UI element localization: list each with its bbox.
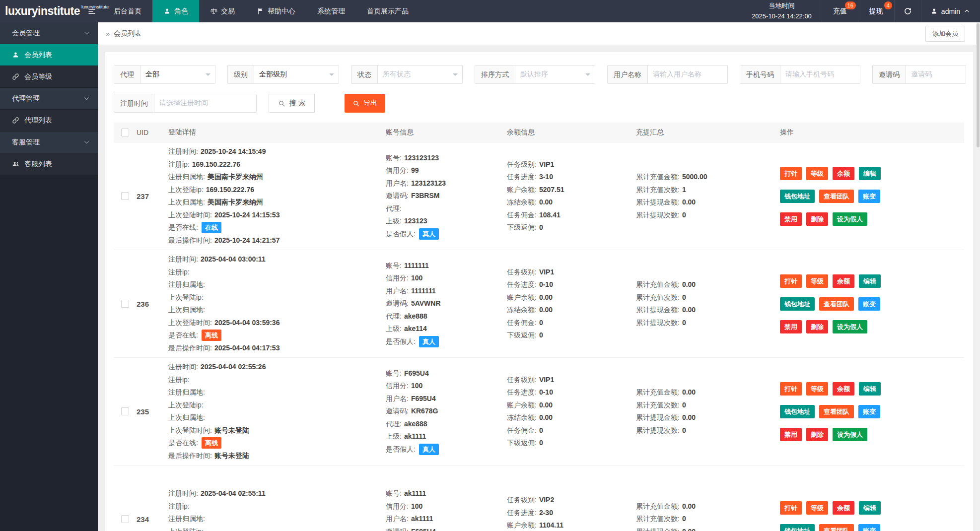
action-button[interactable]: 删除: [806, 428, 828, 441]
action-button[interactable]: 删除: [806, 320, 828, 333]
main-area: » 会员列表 添加会员 代理全部级别全部级别状态所有状态排序方式默认排序用户名称…: [98, 22, 980, 531]
withdraw-button[interactable]: 提现 4: [858, 0, 894, 22]
info-line: 是否在线:在线: [168, 221, 386, 234]
action-button[interactable]: 账变: [858, 524, 880, 531]
action-button[interactable]: 钱包地址: [780, 190, 815, 203]
sidebar-item-3[interactable]: 会员等级: [0, 66, 98, 88]
action-button[interactable]: 设为假人: [833, 428, 867, 441]
sidebar-group-6[interactable]: 客服管理: [0, 132, 98, 153]
action-button[interactable]: 编辑: [859, 167, 881, 180]
action-button[interactable]: 等级: [806, 382, 828, 396]
info-label: 任务级别:: [507, 158, 537, 171]
nav-item-5[interactable]: 系统管理: [306, 0, 356, 22]
filter-input[interactable]: 请输入手机号码: [780, 66, 860, 83]
action-button[interactable]: 钱包地址: [780, 405, 815, 418]
action-button[interactable]: 等级: [806, 167, 828, 180]
action-button[interactable]: 账变: [858, 190, 880, 203]
vertical-scrollbar[interactable]: [976, 22, 980, 531]
filter-input[interactable]: 邀请码: [906, 66, 966, 83]
action-button[interactable]: 查看团队: [819, 297, 854, 311]
action-button[interactable]: 余额: [833, 274, 854, 288]
recharge-withdraw-summary-cell: 累计充值金额:0.00累计充值次数:0累计提现金额:0.00累计提现次数:0: [636, 253, 780, 354]
sidebar-item-7[interactable]: 客服列表: [0, 153, 98, 175]
info-label: 注册归属地:: [168, 278, 205, 291]
table-header: UID登陆详情账号信息余额信息充提汇总操作: [114, 123, 964, 142]
info-label: 代理:: [386, 202, 402, 215]
action-button[interactable]: 账变: [858, 405, 880, 418]
action-button[interactable]: 删除: [806, 212, 828, 226]
info-value: 1104.11: [539, 519, 563, 531]
action-button[interactable]: 打针: [780, 501, 802, 515]
info-line: 账户余额:0.00: [507, 291, 636, 304]
row-checkbox[interactable]: [121, 515, 129, 523]
action-button[interactable]: 禁用: [780, 212, 802, 226]
action-button[interactable]: 编辑: [859, 274, 881, 288]
info-line: 冻结余额:0.00: [507, 411, 636, 424]
action-button[interactable]: 编辑: [859, 501, 881, 515]
action-button[interactable]: 编辑: [859, 382, 881, 396]
sidebar-item-2[interactable]: 会员列表: [0, 44, 98, 66]
filter-select[interactable]: 全部级别: [254, 66, 339, 83]
filter-select[interactable]: 默认排序: [515, 66, 595, 83]
add-member-button[interactable]: 添加会员: [925, 26, 965, 42]
select-all-checkbox[interactable]: [121, 129, 129, 136]
filter-select[interactable]: 所有状态: [378, 66, 462, 83]
nav-item-2[interactable]: 角色: [152, 0, 199, 22]
info-value: 0-10: [539, 278, 553, 291]
sidebar-toggle-button[interactable]: [81, 0, 103, 22]
row-checkbox[interactable]: [121, 300, 129, 308]
action-button[interactable]: 设为假人: [833, 320, 867, 333]
row-checkbox[interactable]: [121, 407, 129, 415]
action-button[interactable]: 等级: [806, 501, 828, 515]
action-button[interactable]: 设为假人: [833, 212, 867, 226]
action-button[interactable]: 查看团队: [819, 524, 854, 531]
info-line: 注册时间:2025-10-24 14:15:49: [168, 145, 386, 158]
filter-input[interactable]: 请输入用户名称: [648, 66, 727, 83]
nav-item-1[interactable]: 后台首页: [103, 0, 152, 22]
info-label: 累计充值金额:: [636, 386, 680, 399]
action-button[interactable]: 打针: [780, 167, 802, 180]
nav-item-3[interactable]: 交易: [199, 0, 246, 22]
info-line: 累计提现次数:0: [636, 317, 780, 330]
actions-cell: 打针等级余额编辑钱包地址查看团队账变禁用删除设为假人: [780, 253, 964, 354]
export-button[interactable]: 导出: [345, 94, 385, 113]
search-button[interactable]: 搜 索: [269, 94, 315, 113]
sidebar-group-1[interactable]: 会员管理: [0, 22, 98, 44]
info-value: 0.00: [539, 291, 553, 304]
action-button[interactable]: 钱包地址: [780, 297, 815, 311]
recharge-withdraw-summary-cell: 累计充值金额:5000.00累计充值次数:1累计提现金额:0.00累计提现次数:…: [636, 145, 780, 247]
action-button[interactable]: 禁用: [780, 428, 802, 441]
refresh-button[interactable]: [894, 0, 921, 22]
action-button[interactable]: 查看团队: [819, 405, 854, 418]
balance-info-cell: 任务级别:VIP1任务进度:0-10账户余额:0.00冻结余额:0.00任务佣金…: [507, 361, 636, 462]
row-checkbox[interactable]: [121, 192, 129, 200]
reg-time-input[interactable]: 请选择注册时间: [154, 94, 256, 112]
nav-item-4[interactable]: 帮助中心: [246, 0, 306, 22]
action-button[interactable]: 打针: [780, 382, 802, 396]
info-label: 累计提现次数:: [636, 317, 680, 330]
nav-item-6[interactable]: 首页展示产品: [356, 0, 420, 22]
user-menu[interactable]: admin: [921, 0, 980, 22]
info-line: 信用分:100: [386, 380, 507, 393]
info-value: 0.00: [682, 386, 696, 399]
sidebar: 会员管理会员列表会员等级代理管理代理列表客服管理客服列表: [0, 22, 98, 531]
sidebar-item-5[interactable]: 代理列表: [0, 110, 98, 132]
info-line: 累计提现金额:0.00: [636, 196, 780, 209]
action-button[interactable]: 等级: [806, 274, 828, 288]
sidebar-group-4[interactable]: 代理管理: [0, 88, 98, 110]
recharge-button[interactable]: 充值 16: [822, 0, 858, 22]
action-button[interactable]: 余额: [833, 167, 854, 180]
filter-select[interactable]: 全部: [140, 66, 215, 83]
action-button[interactable]: 查看团队: [819, 190, 854, 203]
action-button[interactable]: 余额: [833, 501, 854, 515]
action-button[interactable]: 余额: [833, 382, 854, 396]
action-button[interactable]: 钱包地址: [780, 524, 815, 531]
scrollbar-thumb[interactable]: [977, 23, 980, 147]
action-button[interactable]: 账变: [858, 297, 880, 311]
info-line: 最后操作时间:账号未登陆: [168, 450, 386, 463]
info-label: 上次登陆时间:: [168, 317, 212, 330]
info-value: 2025-04-04 02:55:11: [201, 487, 266, 500]
filter-group-4: 排序方式默认排序: [475, 65, 595, 84]
action-button[interactable]: 打针: [780, 274, 802, 288]
action-button[interactable]: 禁用: [780, 320, 802, 333]
